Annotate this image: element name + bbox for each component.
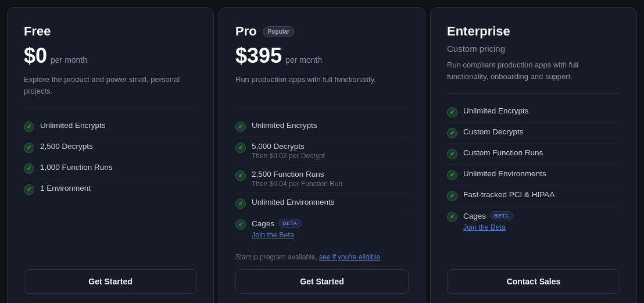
check-icon bbox=[24, 122, 34, 132]
feature-text: Fast-tracked PCI & HIPAA bbox=[463, 190, 554, 199]
cta-button-enterprise[interactable]: Contact Sales bbox=[447, 269, 620, 294]
feature-main-text: 1,000 Function Runs bbox=[40, 163, 113, 172]
feature-text: 1,000 Function Runs bbox=[40, 163, 113, 172]
plan-card-free: Free$0per monthExplore the product and p… bbox=[7, 7, 214, 303]
feature-item: CagesBetaJoin the Beta bbox=[447, 206, 620, 236]
startup-note: Startup program available, see if you're… bbox=[235, 253, 409, 261]
check-icon bbox=[235, 219, 246, 230]
feature-sub-text: Then $0.02 per Decrypt bbox=[252, 152, 325, 160]
check-icon bbox=[447, 191, 457, 201]
feature-item: Custom Function Runs bbox=[447, 144, 620, 165]
feature-text: 2,500 Decrypts bbox=[40, 142, 93, 151]
popular-badge: Popular bbox=[263, 26, 295, 37]
feature-main-text: CagesBeta bbox=[252, 219, 302, 228]
price-period-free: per month bbox=[51, 55, 87, 65]
check-icon bbox=[447, 170, 457, 180]
feature-text: Unlimited Encrypts bbox=[40, 121, 106, 130]
check-icon bbox=[447, 128, 457, 138]
check-icon bbox=[24, 184, 34, 195]
feature-item: 2,500 Decrypts bbox=[24, 137, 197, 158]
feature-item: 1 Environment bbox=[24, 179, 197, 199]
feature-text: Custom Decrypts bbox=[463, 127, 524, 136]
price-amount-free: $0 bbox=[24, 44, 47, 68]
feature-item: 1,000 Function Runs bbox=[24, 158, 197, 179]
features-list-free: Unlimited Encrypts2,500 Decrypts1,000 Fu… bbox=[24, 116, 197, 260]
plan-description-free: Explore the product and power small, per… bbox=[24, 74, 197, 97]
pricing-container: Free$0per monthExplore the product and p… bbox=[5, 5, 639, 303]
feature-main-text: Unlimited Environments bbox=[463, 169, 546, 178]
feature-item: Unlimited Environments bbox=[235, 193, 409, 214]
feature-main-text: Unlimited Encrypts bbox=[252, 121, 317, 130]
feature-main-text: Unlimited Environments bbox=[252, 198, 335, 206]
plan-name-free: Free bbox=[24, 24, 51, 39]
join-beta-link[interactable]: Join the Beta bbox=[463, 223, 513, 231]
feature-main-text: CagesBeta bbox=[463, 211, 513, 220]
feature-item: Unlimited Encrypts bbox=[24, 116, 197, 137]
price-amount-pro: $395 bbox=[235, 44, 282, 68]
check-icon bbox=[447, 212, 457, 222]
feature-text: 2,500 Function RunsThen $0.04 per Functi… bbox=[252, 170, 342, 188]
features-list-pro: Unlimited Encrypts5,000 DecryptsThen $0.… bbox=[235, 116, 409, 244]
check-icon bbox=[24, 163, 34, 174]
feature-text: Unlimited Encrypts bbox=[463, 106, 529, 115]
feature-main-text: 2,500 Function Runs bbox=[252, 170, 342, 179]
price-row-enterprise: Custom pricing bbox=[447, 44, 620, 54]
check-icon bbox=[24, 142, 34, 153]
join-beta-link[interactable]: Join the Beta bbox=[252, 231, 302, 239]
plan-card-pro: ProPopular$395per monthRun production ap… bbox=[219, 7, 425, 303]
feature-main-text: Custom Function Runs bbox=[463, 148, 543, 157]
feature-item: Fast-tracked PCI & HIPAA bbox=[447, 186, 620, 206]
feature-text: 5,000 DecryptsThen $0.02 per Decrypt bbox=[252, 142, 325, 160]
feature-item: Custom Decrypts bbox=[447, 123, 620, 144]
feature-main-text: Custom Decrypts bbox=[463, 127, 524, 136]
check-icon bbox=[447, 107, 457, 117]
price-row-free: $0per month bbox=[24, 44, 197, 68]
feature-main-text: 1 Environment bbox=[40, 184, 91, 193]
plan-description-pro: Run production apps with full functional… bbox=[235, 74, 409, 97]
feature-main-text: Unlimited Encrypts bbox=[40, 121, 106, 130]
cta-button-free[interactable]: Get Started bbox=[24, 269, 197, 294]
feature-main-text: Fast-tracked PCI & HIPAA bbox=[463, 190, 554, 199]
plan-header-free: Free bbox=[24, 24, 197, 39]
price-period-pro: per month bbox=[285, 55, 322, 65]
feature-text: 1 Environment bbox=[40, 184, 91, 193]
feature-item: Unlimited Encrypts bbox=[235, 116, 409, 137]
check-icon bbox=[235, 122, 246, 132]
check-icon bbox=[235, 198, 246, 209]
custom-pricing-label: Custom pricing bbox=[447, 44, 505, 54]
feature-text: Unlimited Environments bbox=[463, 169, 546, 178]
plan-name-enterprise: Enterprise bbox=[447, 24, 510, 39]
feature-main-text: 2,500 Decrypts bbox=[40, 142, 93, 151]
feature-text: CagesBetaJoin the Beta bbox=[463, 211, 513, 231]
beta-badge: Beta bbox=[490, 211, 513, 220]
divider bbox=[24, 108, 197, 108]
plan-name-pro: Pro bbox=[235, 24, 257, 39]
divider bbox=[447, 93, 620, 94]
feature-main-text: Unlimited Encrypts bbox=[463, 106, 529, 115]
divider bbox=[235, 108, 409, 108]
feature-item: 2,500 Function RunsThen $0.04 per Functi… bbox=[235, 165, 409, 193]
beta-badge: Beta bbox=[278, 219, 302, 228]
feature-main-text: 5,000 Decrypts bbox=[252, 142, 325, 151]
feature-text: Unlimited Encrypts bbox=[252, 121, 317, 130]
feature-item: Unlimited Environments bbox=[447, 165, 620, 186]
features-list-enterprise: Unlimited EncryptsCustom DecryptsCustom … bbox=[447, 102, 620, 260]
check-icon bbox=[235, 142, 246, 153]
plan-description-enterprise: Run compliant production apps with full … bbox=[447, 59, 620, 83]
feature-text: Unlimited Environments bbox=[252, 198, 335, 206]
feature-item: Unlimited Encrypts bbox=[447, 102, 620, 123]
check-icon bbox=[235, 170, 246, 181]
startup-link[interactable]: see if you're eligible bbox=[319, 253, 380, 261]
check-icon bbox=[447, 149, 457, 159]
plan-card-enterprise: EnterpriseCustom pricingRun compliant pr… bbox=[430, 7, 637, 303]
feature-text: Custom Function Runs bbox=[463, 148, 543, 157]
feature-item: 5,000 DecryptsThen $0.02 per Decrypt bbox=[235, 137, 409, 165]
feature-sub-text: Then $0.04 per Function Run bbox=[252, 180, 342, 188]
price-row-pro: $395per month bbox=[235, 44, 409, 68]
plan-header-enterprise: Enterprise bbox=[447, 24, 620, 39]
feature-text: CagesBetaJoin the Beta bbox=[252, 219, 302, 239]
cta-button-pro[interactable]: Get Started bbox=[235, 269, 409, 294]
feature-item: CagesBetaJoin the Beta bbox=[235, 214, 409, 244]
plan-header-pro: ProPopular bbox=[235, 24, 409, 39]
